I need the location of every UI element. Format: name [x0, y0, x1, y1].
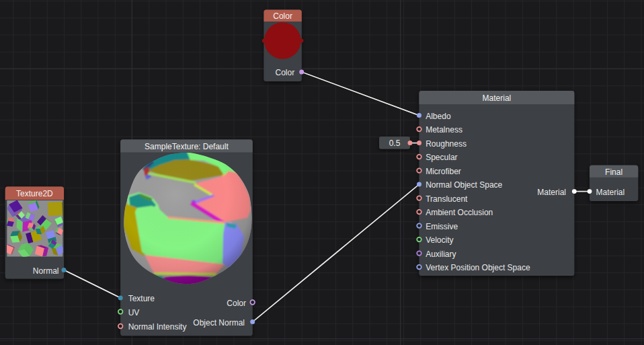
svg-text:Normal: Normal [33, 266, 59, 276]
svg-text:Normal Intensity: Normal Intensity [128, 322, 187, 332]
svg-text:0.5: 0.5 [389, 139, 401, 148]
svg-text:Translucent: Translucent [426, 194, 468, 204]
svg-text:Object Normal: Object Normal [193, 318, 245, 328]
svg-text:Auxiliary: Auxiliary [426, 250, 456, 259]
svg-text:Ambient Occlusion: Ambient Occlusion [426, 208, 493, 217]
svg-text:Vertex Position Object Space: Vertex Position Object Space [426, 263, 530, 272]
svg-text:UV: UV [128, 308, 140, 317]
svg-text:Specular: Specular [426, 153, 457, 162]
svg-text:Material: Material [483, 93, 512, 103]
svg-text:Roughness: Roughness [426, 139, 467, 149]
svg-text:Albedo: Albedo [426, 112, 451, 121]
svg-text:Color: Color [276, 68, 295, 77]
svg-text:Color: Color [273, 11, 292, 21]
svg-text:Texture: Texture [128, 294, 155, 303]
svg-text:Velocity: Velocity [426, 235, 453, 245]
svg-text:Final: Final [605, 167, 622, 177]
svg-text:Metalness: Metalness [426, 125, 462, 135]
svg-text:Microfiber: Microfiber [426, 167, 461, 176]
svg-text:Emissive: Emissive [426, 222, 458, 231]
svg-text:SampleTexture: Default: SampleTexture: Default [145, 142, 229, 151]
svg-text:Material: Material [596, 188, 625, 197]
svg-text:Texture2D: Texture2D [16, 189, 53, 198]
svg-text:Normal Object Space: Normal Object Space [426, 180, 502, 190]
svg-text:Color: Color [227, 299, 246, 308]
svg-text:Material: Material [537, 188, 566, 197]
